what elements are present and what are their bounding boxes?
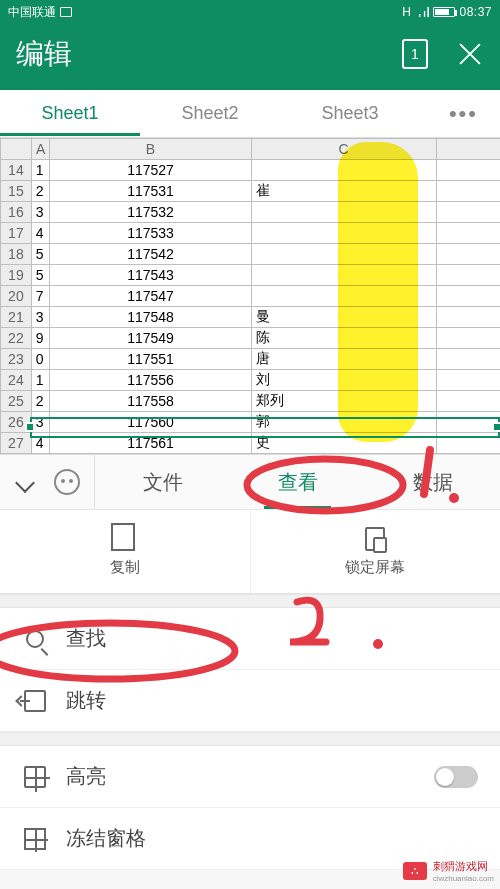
cell[interactable]: 117527	[50, 160, 251, 181]
cell[interactable]	[251, 223, 436, 244]
row-header[interactable]: 20	[1, 286, 32, 307]
cell[interactable]: 4	[31, 433, 49, 454]
table-row[interactable]: 263117560郭	[1, 412, 501, 433]
table-row[interactable]: 274117561史	[1, 433, 501, 454]
cell[interactable]: 2	[31, 181, 49, 202]
cell[interactable]	[436, 265, 500, 286]
row-header[interactable]: 26	[1, 412, 32, 433]
cell[interactable]	[436, 244, 500, 265]
cell[interactable]	[436, 223, 500, 244]
cell[interactable]	[436, 160, 500, 181]
cell[interactable]: 117542	[50, 244, 251, 265]
cell[interactable]	[251, 244, 436, 265]
close-button[interactable]	[456, 40, 484, 68]
cell[interactable]	[251, 160, 436, 181]
cell[interactable]: 117543	[50, 265, 251, 286]
table-row[interactable]: 195117543	[1, 265, 501, 286]
cell[interactable]: 5	[31, 265, 49, 286]
col-header-b[interactable]: B	[50, 139, 251, 160]
cell[interactable]: 2	[31, 391, 49, 412]
table-row[interactable]: 230117551唐	[1, 349, 501, 370]
row-header[interactable]: 22	[1, 328, 32, 349]
cell[interactable]: 1	[31, 160, 49, 181]
cell[interactable]: 117561	[50, 433, 251, 454]
row-header[interactable]: 17	[1, 223, 32, 244]
menu-jump[interactable]: 跳转	[0, 670, 500, 732]
cell[interactable]	[436, 433, 500, 454]
table-row[interactable]: 163117532	[1, 202, 501, 223]
lock-screen-button[interactable]: 锁定屏幕	[250, 510, 501, 593]
table-row[interactable]: 252117558郑列	[1, 391, 501, 412]
corner-cell[interactable]	[1, 139, 32, 160]
cell[interactable]	[436, 307, 500, 328]
cell[interactable]	[436, 391, 500, 412]
cell[interactable]: 9	[31, 328, 49, 349]
cell[interactable]	[436, 181, 500, 202]
cell[interactable]: 117532	[50, 202, 251, 223]
collapse-panel-button[interactable]	[14, 471, 36, 493]
cell[interactable]	[436, 412, 500, 433]
table-row[interactable]: 229117549陈	[1, 328, 501, 349]
table-row[interactable]: 152117531崔	[1, 181, 501, 202]
col-header-a[interactable]: A	[31, 139, 49, 160]
col-header-c[interactable]: C	[251, 139, 436, 160]
menu-highlight[interactable]: 高亮	[0, 746, 500, 808]
row-header[interactable]: 14	[1, 160, 32, 181]
table-row[interactable]: 207117547	[1, 286, 501, 307]
table-row[interactable]: 141117527	[1, 160, 501, 181]
table-row[interactable]: 213117548曼	[1, 307, 501, 328]
cell[interactable]: 4	[31, 223, 49, 244]
row-header[interactable]: 24	[1, 370, 32, 391]
cell[interactable]: 117560	[50, 412, 251, 433]
cell[interactable]: 0	[31, 349, 49, 370]
highlight-toggle[interactable]	[434, 766, 478, 788]
copy-button[interactable]: 复制	[0, 510, 250, 593]
cell[interactable]	[436, 286, 500, 307]
row-header[interactable]: 21	[1, 307, 32, 328]
cell[interactable]	[251, 286, 436, 307]
cell[interactable]: 3	[31, 412, 49, 433]
spreadsheet[interactable]: ABC141117527152117531崔163117532174117533…	[0, 138, 500, 454]
document-switch-button[interactable]: 1	[402, 39, 428, 69]
cell[interactable]: 陈	[251, 328, 436, 349]
cell[interactable]: 崔	[251, 181, 436, 202]
cell[interactable]	[436, 202, 500, 223]
cell[interactable]: 117548	[50, 307, 251, 328]
menu-search[interactable]: 查找	[0, 608, 500, 670]
table-row[interactable]: 174117533	[1, 223, 501, 244]
cell[interactable]: 1	[31, 370, 49, 391]
tab-data[interactable]: 数据	[365, 455, 500, 509]
table-row[interactable]: 185117542	[1, 244, 501, 265]
row-header[interactable]: 19	[1, 265, 32, 286]
row-header[interactable]: 25	[1, 391, 32, 412]
tab-file[interactable]: 文件	[95, 455, 230, 509]
sheet-tab-1[interactable]: Sheet1	[0, 91, 140, 136]
cell[interactable]: 郭	[251, 412, 436, 433]
assistant-icon[interactable]	[54, 469, 80, 495]
row-header[interactable]: 15	[1, 181, 32, 202]
cell[interactable]	[251, 202, 436, 223]
row-header[interactable]: 23	[1, 349, 32, 370]
row-header[interactable]: 18	[1, 244, 32, 265]
cell[interactable]	[436, 349, 500, 370]
cell[interactable]: 郑列	[251, 391, 436, 412]
cell[interactable]: 唐	[251, 349, 436, 370]
row-header[interactable]: 27	[1, 433, 32, 454]
col-header-d[interactable]	[436, 139, 500, 160]
cell[interactable]: 史	[251, 433, 436, 454]
cell[interactable]: 7	[31, 286, 49, 307]
cell[interactable]	[251, 265, 436, 286]
sheet-tab-more[interactable]: •••	[427, 101, 500, 127]
cell[interactable]: 曼	[251, 307, 436, 328]
cell[interactable]: 刘	[251, 370, 436, 391]
sheet-tab-2[interactable]: Sheet2	[140, 91, 280, 136]
cell[interactable]: 5	[31, 244, 49, 265]
cell[interactable]: 3	[31, 202, 49, 223]
cell[interactable]	[436, 370, 500, 391]
cell[interactable]: 3	[31, 307, 49, 328]
cell[interactable]: 117547	[50, 286, 251, 307]
cell[interactable]: 117551	[50, 349, 251, 370]
tab-view[interactable]: 查看	[230, 455, 365, 509]
cell[interactable]: 117531	[50, 181, 251, 202]
row-header[interactable]: 16	[1, 202, 32, 223]
